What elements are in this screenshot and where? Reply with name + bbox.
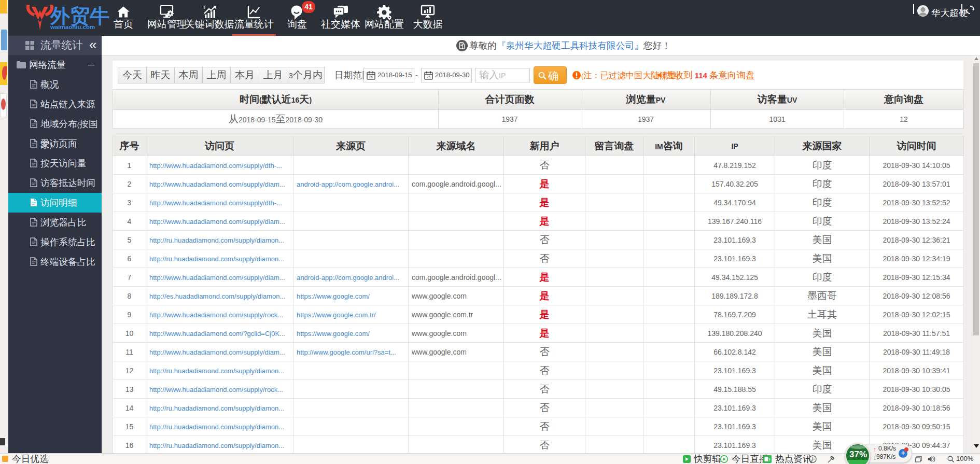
svg-text:T: T [203, 5, 206, 10]
svg-text:25: 25 [369, 75, 373, 79]
svg-text:25: 25 [427, 75, 431, 79]
